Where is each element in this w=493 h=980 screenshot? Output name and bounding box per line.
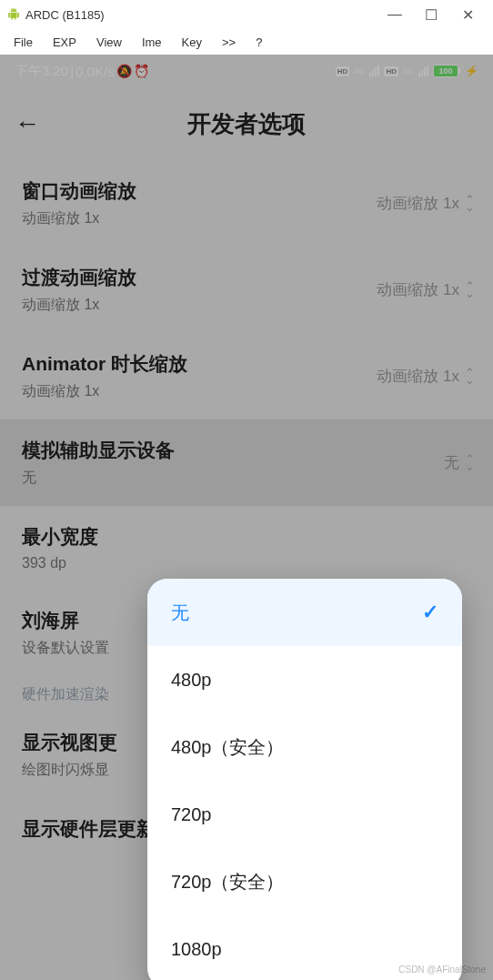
window-title: ARDC (B1185) bbox=[25, 8, 105, 22]
setting-title: 最小宽度 bbox=[22, 524, 98, 550]
setting-title: 过渡动画缩放 bbox=[22, 265, 136, 290]
battery-icon: 100 bbox=[433, 65, 458, 77]
dropdown-option-label: 无 bbox=[171, 601, 189, 625]
menu-key[interactable]: Key bbox=[174, 33, 210, 52]
menu-ime[interactable]: Ime bbox=[134, 33, 170, 52]
setting-transition-animation-scale[interactable]: 过渡动画缩放 动画缩放 1x 动画缩放 1x ⌃⌄ bbox=[0, 247, 493, 333]
network-5g-label: 5G bbox=[403, 67, 414, 76]
setting-subtitle: 动画缩放 1x bbox=[22, 382, 187, 401]
network-4g-label: 4G bbox=[354, 67, 365, 76]
dropdown-option-480p-secure[interactable]: 480p（安全） bbox=[147, 713, 462, 781]
battery-level: 100 bbox=[438, 66, 452, 76]
setting-title: Animator 时长缩放 bbox=[22, 351, 187, 377]
menu-file[interactable]: File bbox=[5, 33, 41, 52]
setting-subtitle: 绘图时闪烁显 bbox=[22, 761, 117, 780]
menu-exp[interactable]: EXP bbox=[45, 33, 85, 52]
menu-help[interactable]: ? bbox=[247, 33, 270, 52]
page-title: 开发者选项 bbox=[0, 108, 493, 140]
stepper-icon[interactable]: ⌃⌄ bbox=[465, 197, 475, 209]
maximize-button[interactable]: ☐ bbox=[413, 1, 449, 28]
hd-badge-2: HD bbox=[384, 66, 398, 76]
signal-icon-2 bbox=[418, 66, 428, 76]
watermark: CSDN @AFinalStone bbox=[398, 965, 486, 975]
window-controls: — ☐ ✕ bbox=[377, 1, 486, 28]
setting-simulate-secondary-display[interactable]: 模拟辅助显示设备 无 无 ⌃⌄ bbox=[0, 419, 493, 506]
setting-title: 窗口动画缩放 bbox=[22, 178, 136, 204]
setting-subtitle: 动画缩放 1x bbox=[22, 209, 136, 228]
stepper-icon[interactable]: ⌃⌄ bbox=[465, 369, 475, 382]
android-icon bbox=[7, 8, 20, 21]
setting-value: 动画缩放 1x bbox=[377, 366, 459, 387]
hd-badge-1: HD bbox=[336, 66, 350, 76]
dropdown-option-label: 480p（安全） bbox=[171, 735, 285, 760]
page-header: ← 开发者选项 bbox=[0, 87, 493, 160]
titlebar-left: ARDC (B1185) bbox=[7, 8, 105, 22]
status-sep: | bbox=[70, 64, 74, 79]
setting-title: 显示视图更 bbox=[22, 730, 117, 755]
dropdown-option-label: 480p bbox=[171, 670, 212, 691]
menubar: File EXP View Ime Key >> ? bbox=[0, 29, 493, 55]
statusbar-left: 下午3:20 | 0.0K/s 🔕 ⏰ bbox=[15, 63, 149, 80]
statusbar: 下午3:20 | 0.0K/s 🔕 ⏰ HD 4G HD 5G 100 ⚡ bbox=[0, 55, 493, 87]
dropdown-option-label: 720p bbox=[171, 804, 212, 825]
setting-title: 刘海屏 bbox=[22, 608, 109, 633]
setting-animator-duration-scale[interactable]: Animator 时长缩放 动画缩放 1x 动画缩放 1x ⌃⌄ bbox=[0, 333, 493, 419]
secondary-display-dropdown: 无 ✓ 480p 480p（安全） 720p 720p（安全） 1080p bbox=[147, 579, 462, 980]
minimize-button[interactable]: — bbox=[377, 1, 413, 28]
check-icon: ✓ bbox=[422, 601, 438, 624]
setting-value: 动画缩放 1x bbox=[377, 279, 459, 300]
setting-smallest-width[interactable]: 最小宽度 393 dp bbox=[0, 506, 493, 590]
setting-subtitle: 设备默认设置 bbox=[22, 639, 109, 658]
signal-icon-1 bbox=[369, 66, 379, 76]
phone-screen: 下午3:20 | 0.0K/s 🔕 ⏰ HD 4G HD 5G 100 ⚡ ← … bbox=[0, 55, 493, 980]
menu-overflow[interactable]: >> bbox=[214, 33, 244, 52]
mute-icon: 🔕 bbox=[116, 64, 132, 78]
stepper-icon[interactable]: ⌃⌄ bbox=[465, 283, 475, 296]
dropdown-option-none[interactable]: 无 ✓ bbox=[147, 579, 462, 646]
setting-value: 无 bbox=[444, 452, 459, 473]
setting-subtitle: 393 dp bbox=[22, 555, 98, 571]
setting-value: 动画缩放 1x bbox=[377, 193, 459, 214]
dropdown-option-720p-secure[interactable]: 720p（安全） bbox=[147, 848, 462, 915]
setting-title: 显示硬件层更新 bbox=[22, 816, 156, 842]
stepper-icon[interactable]: ⌃⌄ bbox=[465, 456, 475, 469]
setting-subtitle: 动画缩放 1x bbox=[22, 296, 136, 315]
status-time: 下午3:20 bbox=[15, 63, 68, 80]
statusbar-right: HD 4G HD 5G 100 ⚡ bbox=[336, 65, 478, 77]
dropdown-option-480p[interactable]: 480p bbox=[147, 646, 462, 713]
setting-subtitle: 无 bbox=[22, 469, 175, 488]
window-titlebar: ARDC (B1185) — ☐ ✕ bbox=[0, 0, 493, 29]
alarm-icon: ⏰ bbox=[134, 64, 149, 78]
close-button[interactable]: ✕ bbox=[449, 1, 486, 28]
setting-window-animation-scale[interactable]: 窗口动画缩放 动画缩放 1x 动画缩放 1x ⌃⌄ bbox=[0, 160, 493, 247]
dropdown-option-label: 720p（安全） bbox=[171, 870, 285, 894]
status-netspeed: 0.0K/s bbox=[75, 64, 115, 79]
dropdown-option-720p[interactable]: 720p bbox=[147, 781, 462, 848]
menu-view[interactable]: View bbox=[88, 33, 130, 52]
setting-title: 模拟辅助显示设备 bbox=[22, 438, 175, 463]
charging-icon: ⚡ bbox=[465, 65, 478, 77]
dropdown-option-label: 1080p bbox=[171, 939, 222, 960]
